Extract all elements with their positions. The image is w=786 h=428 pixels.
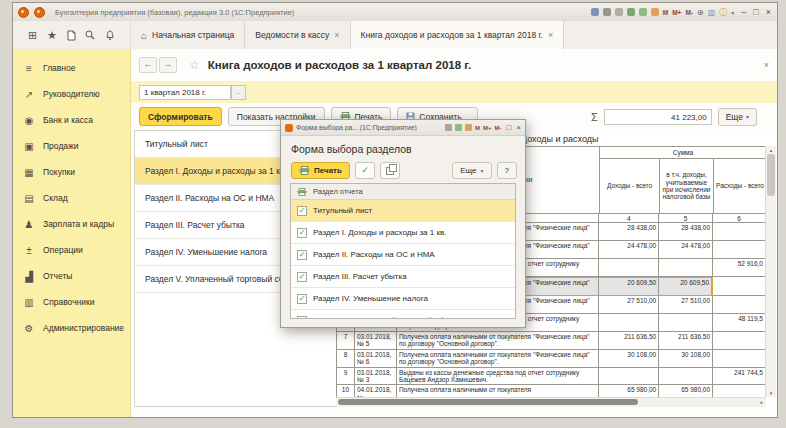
save-icon[interactable] — [591, 8, 599, 16]
dialog-calendar-icon[interactable] — [465, 124, 472, 131]
sidebar-item[interactable]: ▣ Продажи — [13, 133, 130, 159]
sidebar-item[interactable]: ▤ Склад — [13, 185, 130, 211]
section-checkbox[interactable]: ✓ — [297, 272, 307, 282]
check-icon: ✓ — [299, 207, 306, 215]
zoom-icon[interactable]: ⊕ — [697, 8, 704, 17]
send-icon[interactable] — [627, 8, 635, 16]
dialog-section-row[interactable]: ✓ Раздел II. Расходы на ОС и НМА — [291, 244, 515, 266]
section-checkbox[interactable]: ✓ — [297, 316, 307, 320]
cell-expense — [713, 350, 766, 368]
scroll-down-icon[interactable]: ▾ — [766, 390, 776, 396]
forward-button[interactable]: → — [159, 57, 177, 73]
dialog-doc-icon[interactable] — [445, 124, 452, 131]
tab-home[interactable]: ⌂ Начальная страница — [131, 21, 245, 49]
vertical-scroll-thumb[interactable] — [767, 154, 775, 196]
dialog-section-label: Раздел II. Расходы на ОС и НМА — [313, 250, 435, 259]
col-header-sum: Сумма — [600, 147, 767, 159]
toolbar-dropdown-icon[interactable]: ▾ — [731, 9, 734, 16]
search-icon[interactable] — [85, 30, 95, 40]
memory-m-icon[interactable]: M — [475, 125, 480, 131]
notifications-bell-icon[interactable] — [105, 30, 115, 41]
window-title: Бухгалтерия предприятия (базовая), редак… — [55, 8, 294, 17]
horizontal-scroll-thumb[interactable] — [338, 399, 638, 405]
panels-icon[interactable]: ▥ — [708, 8, 716, 17]
cell-expense: 48 119,5 — [713, 314, 766, 332]
dialog-table-icon[interactable] — [455, 124, 462, 131]
app-window: Бухгалтерия предприятия (базовая), редак… — [12, 2, 778, 418]
sidebar-item[interactable]: ↗ Руководителю — [13, 81, 130, 107]
print-icon[interactable] — [603, 8, 611, 16]
vertical-scrollbar[interactable]: ▴ ▾ — [765, 146, 776, 397]
more-button[interactable]: Еще ▾ — [718, 108, 757, 126]
uncheck-all-button[interactable] — [380, 162, 400, 179]
memory-mplus-icon[interactable]: M+ — [672, 9, 681, 16]
dialog-close-button[interactable]: × — [516, 123, 521, 132]
sidebar-item-icon: ▤ — [23, 193, 35, 204]
cell-expense — [713, 296, 766, 314]
form-header: ← → ☆ Книга доходов и расходов за 1 квар… — [131, 49, 777, 81]
calculator-icon[interactable] — [651, 8, 659, 16]
dialog-help-button[interactable]: ? — [497, 162, 517, 179]
check-all-button[interactable]: ✓ — [355, 162, 375, 179]
sidebar-item[interactable]: ▟ Отчеты — [13, 263, 130, 289]
check-icon: ✓ — [299, 317, 306, 320]
scroll-up-icon[interactable]: ▴ — [766, 147, 776, 153]
period-input[interactable]: 1 квартал 2018 г. — [139, 85, 231, 100]
sidebar-item[interactable]: ▥ Справочники — [13, 289, 130, 315]
table-row[interactable]: 9 03.01.2018, № 3 Выданы из кассы денежн… — [337, 368, 766, 386]
cell-taxable: 24 478,00 — [659, 241, 713, 259]
dialog-print-button[interactable]: Печать — [291, 162, 350, 179]
section-label: Раздел IV. Уменьшение налога — [145, 247, 267, 257]
dialog-restore-button[interactable]: □ — [506, 123, 511, 132]
section-checkbox[interactable]: ✓ — [297, 206, 307, 216]
section-checkbox[interactable]: ✓ — [297, 228, 307, 238]
favorites-star-icon[interactable]: ★ — [47, 30, 57, 41]
menu-grid-icon[interactable]: ⊞ — [28, 30, 37, 41]
section-checkbox[interactable]: ✓ — [297, 294, 307, 304]
tab-close-icon[interactable]: × — [334, 30, 339, 40]
sidebar-item-label: Операции — [43, 245, 83, 255]
sidebar-item[interactable]: ♟ Зарплата и кадры — [13, 211, 130, 237]
horizontal-scrollbar[interactable]: ▸ — [336, 397, 766, 407]
dialog-section-row[interactable]: ✓ Раздел I. Доходы и расходы за 1 кв. — [291, 222, 515, 244]
history-icon[interactable] — [67, 30, 76, 41]
dialog-more-button[interactable]: Еще ▾ — [452, 162, 491, 179]
cell-taxable — [659, 259, 713, 277]
sidebar-item[interactable]: ▦ Покупки — [13, 159, 130, 185]
cell-income: 211 636,50 — [599, 332, 659, 350]
sum-field[interactable]: 41 223,00 — [604, 109, 712, 125]
restore-button[interactable]: □ — [753, 7, 758, 17]
back-button[interactable]: ← — [139, 57, 157, 73]
dialog-section-row[interactable]: ✓ Раздел IV. Уменьшение налога — [291, 288, 515, 310]
dialog-section-row[interactable]: ✓ Раздел III. Расчет убытка — [291, 266, 515, 288]
tab-vedomosti-v-kassu[interactable]: Ведомости в кассу × — [245, 21, 350, 49]
dialog-section-row[interactable]: ✓ Раздел V. Уплаченный торговый сбор — [291, 310, 515, 319]
printer-column-icon — [291, 188, 313, 196]
memory-m-icon[interactable]: M — [663, 9, 668, 16]
close-form-icon[interactable]: × — [764, 60, 769, 70]
section-checkbox[interactable]: ✓ — [297, 250, 307, 260]
memory-mplus-icon[interactable]: M+ — [483, 125, 492, 131]
table-row[interactable]: 8 03.01.2018, № 6 Получена оплата наличн… — [337, 350, 766, 368]
info-icon[interactable]: ⓘ — [719, 7, 727, 18]
sidebar-item[interactable]: ⚙ Администрирование — [13, 315, 130, 341]
sidebar-item[interactable]: ± Операции — [13, 237, 130, 263]
favorite-star-icon[interactable]: ☆ — [189, 58, 200, 72]
tab-close-icon[interactable]: × — [548, 30, 553, 40]
scroll-right-icon[interactable]: ▸ — [760, 399, 763, 405]
period-picker-button[interactable]: .. — [231, 85, 246, 100]
generate-button[interactable]: Сформировать — [139, 107, 222, 126]
calendar-icon[interactable] — [639, 8, 647, 16]
dialog-section-row[interactable]: ✓ Титульный лист — [291, 200, 515, 222]
tab-kniga-dohodov[interactable]: Книга доходов и расходов за 1 квартал 20… — [351, 21, 565, 49]
close-button[interactable]: × — [766, 7, 771, 17]
memory-mminus-icon[interactable]: M- — [685, 9, 693, 16]
sidebar-item[interactable]: ◉ Банк и касса — [13, 107, 130, 133]
sidebar-item-label: Руководителю — [43, 89, 100, 99]
sidebar-item[interactable]: ≡ Главное — [13, 55, 130, 81]
table-row[interactable]: 7 03.01.2018, № 5 Получена оплата наличн… — [337, 332, 766, 350]
memory-mminus-icon[interactable]: M- — [494, 125, 501, 131]
minimize-button[interactable]: – — [741, 7, 746, 17]
sidebar-item-icon: ◉ — [23, 115, 35, 126]
print-preview-icon[interactable] — [615, 8, 623, 16]
